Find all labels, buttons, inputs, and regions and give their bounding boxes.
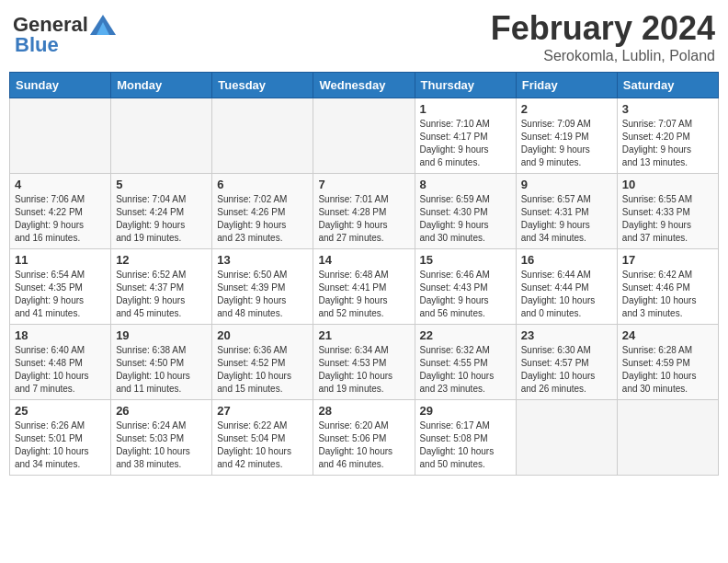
calendar-cell: 26Sunrise: 6:24 AM Sunset: 5:03 PM Dayli…: [111, 400, 212, 476]
logo-blue-text: Blue: [15, 33, 59, 57]
day-info: Sunrise: 6:52 AM Sunset: 4:37 PM Dayligh…: [116, 269, 207, 320]
calendar-cell: 16Sunrise: 6:44 AM Sunset: 4:44 PM Dayli…: [516, 249, 617, 325]
day-info: Sunrise: 6:30 AM Sunset: 4:57 PM Dayligh…: [521, 344, 612, 396]
day-number: 5: [116, 178, 207, 191]
day-of-week-sunday: Sunday: [10, 73, 111, 98]
day-number: 27: [217, 404, 308, 418]
calendar-cell: 17Sunrise: 6:42 AM Sunset: 4:46 PM Dayli…: [617, 249, 718, 325]
calendar-cell: 22Sunrise: 6:32 AM Sunset: 4:55 PM Dayli…: [415, 325, 516, 400]
calendar-cell: 6Sunrise: 7:02 AM Sunset: 4:26 PM Daylig…: [212, 174, 313, 249]
day-number: 10: [622, 178, 713, 191]
day-info: Sunrise: 6:54 AM Sunset: 4:35 PM Dayligh…: [15, 269, 106, 320]
day-info: Sunrise: 6:38 AM Sunset: 4:50 PM Dayligh…: [116, 344, 207, 396]
day-info: Sunrise: 6:40 AM Sunset: 4:48 PM Dayligh…: [15, 344, 106, 396]
day-info: Sunrise: 6:36 AM Sunset: 4:52 PM Dayligh…: [217, 344, 308, 396]
calendar-cell: 8Sunrise: 6:59 AM Sunset: 4:30 PM Daylig…: [415, 174, 516, 249]
day-number: 24: [622, 328, 713, 342]
day-number: 12: [116, 253, 207, 267]
day-number: 9: [521, 178, 612, 191]
day-info: Sunrise: 6:55 AM Sunset: 4:33 PM Dayligh…: [622, 193, 713, 245]
calendar-cell: 25Sunrise: 6:26 AM Sunset: 5:01 PM Dayli…: [10, 400, 111, 476]
day-number: 19: [116, 328, 207, 342]
day-of-week-tuesday: Tuesday: [212, 73, 313, 98]
calendar-cell: 4Sunrise: 7:06 AM Sunset: 4:22 PM Daylig…: [10, 174, 111, 249]
calendar-cell: 14Sunrise: 6:48 AM Sunset: 4:41 PM Dayli…: [313, 249, 415, 325]
day-info: Sunrise: 6:44 AM Sunset: 4:44 PM Dayligh…: [521, 269, 612, 320]
calendar-table: SundayMondayTuesdayWednesdayThursdayFrid…: [9, 72, 719, 476]
day-info: Sunrise: 7:01 AM Sunset: 4:28 PM Dayligh…: [318, 193, 409, 245]
day-info: Sunrise: 6:22 AM Sunset: 5:04 PM Dayligh…: [217, 419, 308, 471]
calendar-cell: 5Sunrise: 7:04 AM Sunset: 4:24 PM Daylig…: [111, 174, 212, 249]
title-area: February 2024 Serokomla, Lublin, Poland: [491, 9, 715, 64]
day-of-week-thursday: Thursday: [415, 73, 516, 98]
day-of-week-wednesday: Wednesday: [313, 73, 415, 98]
day-number: 28: [318, 404, 409, 418]
week-row-4: 25Sunrise: 6:26 AM Sunset: 5:01 PM Dayli…: [10, 400, 719, 476]
day-info: Sunrise: 7:04 AM Sunset: 4:24 PM Dayligh…: [116, 193, 207, 245]
calendar-cell: 9Sunrise: 6:57 AM Sunset: 4:31 PM Daylig…: [516, 174, 617, 249]
day-info: Sunrise: 6:17 AM Sunset: 5:08 PM Dayligh…: [420, 419, 511, 471]
logo: General Blue: [13, 9, 116, 57]
week-row-1: 4Sunrise: 7:06 AM Sunset: 4:22 PM Daylig…: [10, 174, 719, 249]
calendar-cell: 29Sunrise: 6:17 AM Sunset: 5:08 PM Dayli…: [415, 400, 516, 476]
day-info: Sunrise: 6:34 AM Sunset: 4:53 PM Dayligh…: [318, 344, 409, 396]
logo-icon: [90, 15, 116, 35]
day-number: 20: [217, 328, 308, 342]
day-number: 7: [318, 178, 409, 191]
calendar-cell: [10, 98, 111, 174]
day-number: 15: [420, 253, 511, 267]
day-of-week-saturday: Saturday: [617, 73, 718, 98]
week-row-3: 18Sunrise: 6:40 AM Sunset: 4:48 PM Dayli…: [10, 325, 719, 400]
day-info: Sunrise: 7:09 AM Sunset: 4:19 PM Dayligh…: [521, 118, 612, 169]
day-of-week-monday: Monday: [111, 73, 212, 98]
day-number: 23: [521, 328, 612, 342]
day-of-week-friday: Friday: [516, 73, 617, 98]
day-number: 16: [521, 253, 612, 267]
day-info: Sunrise: 6:42 AM Sunset: 4:46 PM Dayligh…: [622, 269, 713, 320]
day-info: Sunrise: 6:20 AM Sunset: 5:06 PM Dayligh…: [318, 419, 409, 471]
day-number: 8: [420, 178, 511, 191]
day-info: Sunrise: 6:32 AM Sunset: 4:55 PM Dayligh…: [420, 344, 511, 396]
calendar-cell: 27Sunrise: 6:22 AM Sunset: 5:04 PM Dayli…: [212, 400, 313, 476]
day-number: 11: [15, 253, 106, 267]
calendar-cell: 28Sunrise: 6:20 AM Sunset: 5:06 PM Dayli…: [313, 400, 415, 476]
day-number: 4: [15, 178, 106, 191]
calendar-cell: [212, 98, 313, 174]
calendar-cell: 20Sunrise: 6:36 AM Sunset: 4:52 PM Dayli…: [212, 325, 313, 400]
week-row-2: 11Sunrise: 6:54 AM Sunset: 4:35 PM Dayli…: [10, 249, 719, 325]
day-number: 21: [318, 328, 409, 342]
day-number: 17: [622, 253, 713, 267]
location: Serokomla, Lublin, Poland: [491, 48, 715, 64]
day-number: 26: [116, 404, 207, 418]
day-info: Sunrise: 6:24 AM Sunset: 5:03 PM Dayligh…: [116, 419, 207, 471]
calendar-cell: [111, 98, 212, 174]
calendar-cell: 3Sunrise: 7:07 AM Sunset: 4:20 PM Daylig…: [617, 98, 718, 174]
calendar-cell: 10Sunrise: 6:55 AM Sunset: 4:33 PM Dayli…: [617, 174, 718, 249]
calendar-cell: 15Sunrise: 6:46 AM Sunset: 4:43 PM Dayli…: [415, 249, 516, 325]
calendar-cell: 2Sunrise: 7:09 AM Sunset: 4:19 PM Daylig…: [516, 98, 617, 174]
header: General Blue February 2024 Serokomla, Lu…: [9, 9, 719, 64]
day-number: 3: [622, 102, 713, 116]
calendar-cell: 18Sunrise: 6:40 AM Sunset: 4:48 PM Dayli…: [10, 325, 111, 400]
calendar-cell: 11Sunrise: 6:54 AM Sunset: 4:35 PM Dayli…: [10, 249, 111, 325]
calendar-cell: [313, 98, 415, 174]
day-info: Sunrise: 7:06 AM Sunset: 4:22 PM Dayligh…: [15, 193, 106, 245]
calendar-cell: 21Sunrise: 6:34 AM Sunset: 4:53 PM Dayli…: [313, 325, 415, 400]
days-header-row: SundayMondayTuesdayWednesdayThursdayFrid…: [10, 73, 719, 98]
calendar-cell: 7Sunrise: 7:01 AM Sunset: 4:28 PM Daylig…: [313, 174, 415, 249]
day-info: Sunrise: 6:46 AM Sunset: 4:43 PM Dayligh…: [420, 269, 511, 320]
day-number: 1: [420, 102, 511, 116]
calendar-cell: 13Sunrise: 6:50 AM Sunset: 4:39 PM Dayli…: [212, 249, 313, 325]
day-info: Sunrise: 6:48 AM Sunset: 4:41 PM Dayligh…: [318, 269, 409, 320]
day-info: Sunrise: 6:26 AM Sunset: 5:01 PM Dayligh…: [15, 419, 106, 471]
day-number: 25: [15, 404, 106, 418]
calendar-cell: 19Sunrise: 6:38 AM Sunset: 4:50 PM Dayli…: [111, 325, 212, 400]
day-number: 2: [521, 102, 612, 116]
day-number: 29: [420, 404, 511, 418]
day-number: 18: [15, 328, 106, 342]
calendar-cell: 23Sunrise: 6:30 AM Sunset: 4:57 PM Dayli…: [516, 325, 617, 400]
day-number: 22: [420, 328, 511, 342]
day-info: Sunrise: 7:07 AM Sunset: 4:20 PM Dayligh…: [622, 118, 713, 169]
day-number: 6: [217, 178, 308, 191]
day-info: Sunrise: 6:59 AM Sunset: 4:30 PM Dayligh…: [420, 193, 511, 245]
